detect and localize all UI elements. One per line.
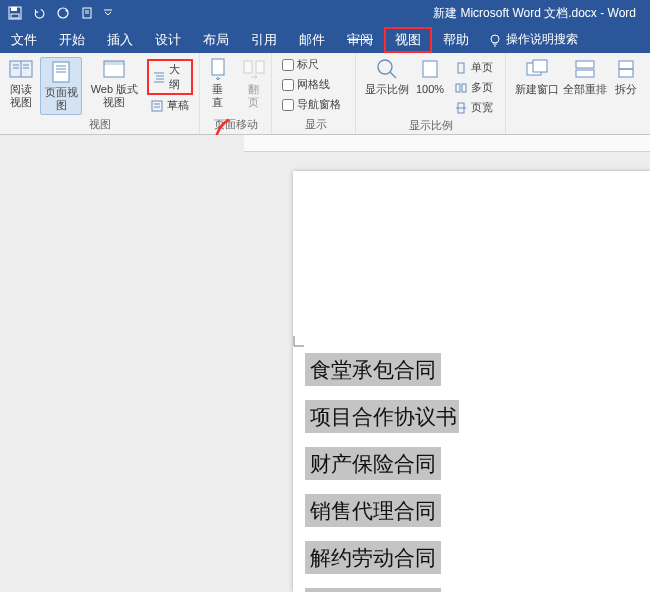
tab-help[interactable]: 帮助 <box>432 27 480 53</box>
side-to-side-icon <box>242 57 266 81</box>
lightbulb-icon <box>488 33 502 47</box>
window-title: 新建 Microsoft Word 文档.docx - Word <box>120 5 650 22</box>
tab-home[interactable]: 开始 <box>48 27 96 53</box>
tab-insert[interactable]: 插入 <box>96 27 144 53</box>
repeat-icon[interactable] <box>56 6 70 20</box>
new-window-label: 新建窗口 <box>515 83 559 96</box>
tab-file[interactable]: 文件 <box>0 27 48 53</box>
svg-rect-42 <box>533 60 547 72</box>
page-width-button[interactable]: 页宽 <box>451 99 496 116</box>
split-icon <box>614 57 638 81</box>
svg-rect-1 <box>11 7 17 11</box>
page-width-label: 页宽 <box>471 100 493 115</box>
tell-me-search[interactable]: 操作说明搜索 <box>480 31 578 48</box>
ruler-label: 标尺 <box>297 57 319 72</box>
one-page-icon <box>454 61 468 75</box>
side-to-side-button[interactable]: 翻 页 <box>238 57 270 109</box>
svg-rect-31 <box>244 61 252 73</box>
document-line-5[interactable]: 解约劳动合同 <box>305 541 441 574</box>
svg-rect-32 <box>256 61 264 73</box>
outline-button[interactable]: 大纲 <box>147 59 193 95</box>
vertical-button[interactable]: 垂 直 <box>202 57 234 109</box>
horizontal-ruler[interactable] <box>244 135 650 152</box>
new-window-button[interactable]: 新建窗口 <box>515 57 559 96</box>
titlebar: 新建 Microsoft Word 文档.docx - Word <box>0 0 650 26</box>
tab-references[interactable]: 引用 <box>240 27 288 53</box>
hundred-percent-button[interactable]: 100% <box>413 57 447 96</box>
document-line-2[interactable]: 项目合作协议书 <box>305 400 459 433</box>
svg-rect-37 <box>456 84 460 92</box>
new-window-icon <box>525 57 549 81</box>
draft-button[interactable]: 草稿 <box>147 97 192 114</box>
one-page-button[interactable]: 单页 <box>451 59 496 76</box>
tab-view[interactable]: 视图 <box>384 27 432 53</box>
navpane-checkbox[interactable]: 导航窗格 <box>282 97 341 112</box>
tab-layout[interactable]: 布局 <box>192 27 240 53</box>
tab-design[interactable]: 设计 <box>144 27 192 53</box>
svg-point-33 <box>378 60 392 74</box>
outline-icon <box>152 70 166 84</box>
group-views: 阅读 视图 页面视图 Web 版式视图 大纲 <box>0 53 200 134</box>
document-workspace: 食堂承包合同 项目合作协议书 财产保险合同 销售代理合同 解约劳动合同 装修合同… <box>0 135 650 592</box>
multi-page-label: 多页 <box>471 80 493 95</box>
group-show: 标尺 网格线 导航窗格 显示 <box>272 53 356 134</box>
ribbon: 阅读 视图 页面视图 Web 版式视图 大纲 <box>0 53 650 135</box>
ruler-checkbox[interactable]: 标尺 <box>282 57 319 72</box>
group-page-movement-label: 页面移动 <box>214 117 258 132</box>
gridlines-label: 网格线 <box>297 77 330 92</box>
gridlines-checkbox[interactable]: 网格线 <box>282 77 330 92</box>
draft-icon <box>150 99 164 113</box>
svg-rect-36 <box>458 63 464 73</box>
read-mode-button[interactable]: 阅读 视图 <box>6 57 36 109</box>
svg-rect-38 <box>462 84 466 92</box>
page-width-icon <box>454 101 468 115</box>
read-mode-icon <box>9 57 33 81</box>
tab-mailings[interactable]: 邮件 <box>288 27 336 53</box>
group-window: 新建窗口 全部重排 拆分 <box>506 53 650 134</box>
qa-separator-icon[interactable] <box>80 6 94 20</box>
hundred-percent-icon <box>418 57 442 81</box>
web-layout-icon <box>102 57 126 81</box>
group-show-label: 显示 <box>305 117 327 132</box>
svg-rect-44 <box>576 70 594 77</box>
document-line-6[interactable]: 装修合同范本 <box>305 588 441 592</box>
web-layout-button[interactable]: Web 版式视图 <box>86 57 143 109</box>
group-zoom-label: 显示比例 <box>409 118 453 133</box>
group-zoom: 显示比例 100% 单页 多页 页宽 <box>356 53 506 134</box>
tab-review[interactable]: 审阅 <box>336 27 384 53</box>
document-line-3[interactable]: 财产保险合同 <box>305 447 441 480</box>
quick-access-toolbar <box>0 6 120 20</box>
qa-dropdown-icon[interactable] <box>104 6 112 20</box>
outline-label: 大纲 <box>169 62 188 92</box>
draft-label: 草稿 <box>167 98 189 113</box>
svg-rect-35 <box>423 61 437 77</box>
undo-icon[interactable] <box>32 6 46 20</box>
web-layout-label: Web 版式视图 <box>86 83 143 109</box>
arrange-all-icon <box>573 57 597 81</box>
side-to-side-label: 翻 页 <box>248 83 259 109</box>
zoom-button[interactable]: 显示比例 <box>365 57 409 96</box>
group-page-movement: 垂 直 翻 页 页面移动 <box>200 53 272 134</box>
zoom-icon <box>375 57 399 81</box>
multi-page-button[interactable]: 多页 <box>451 79 496 96</box>
print-layout-button[interactable]: 页面视图 <box>40 57 82 115</box>
vertical-icon <box>206 57 230 81</box>
vertical-label: 垂 直 <box>212 83 223 109</box>
one-page-label: 单页 <box>471 60 493 75</box>
split-button[interactable]: 拆分 <box>611 57 641 96</box>
svg-point-8 <box>491 35 499 43</box>
svg-rect-22 <box>104 61 124 65</box>
group-window-label <box>576 120 579 132</box>
tell-me-label: 操作说明搜索 <box>506 31 578 48</box>
cursor-corner-icon <box>292 334 306 348</box>
save-icon[interactable] <box>8 6 22 20</box>
svg-rect-30 <box>212 59 224 75</box>
svg-line-34 <box>390 72 396 78</box>
document-line-4[interactable]: 销售代理合同 <box>305 494 441 527</box>
document-line-1[interactable]: 食堂承包合同 <box>305 353 441 386</box>
print-layout-icon <box>49 60 73 84</box>
arrange-all-label: 全部重排 <box>563 83 607 96</box>
read-mode-label: 阅读 视图 <box>10 83 32 109</box>
arrange-all-button[interactable]: 全部重排 <box>563 57 607 96</box>
zoom-label: 显示比例 <box>365 83 409 96</box>
